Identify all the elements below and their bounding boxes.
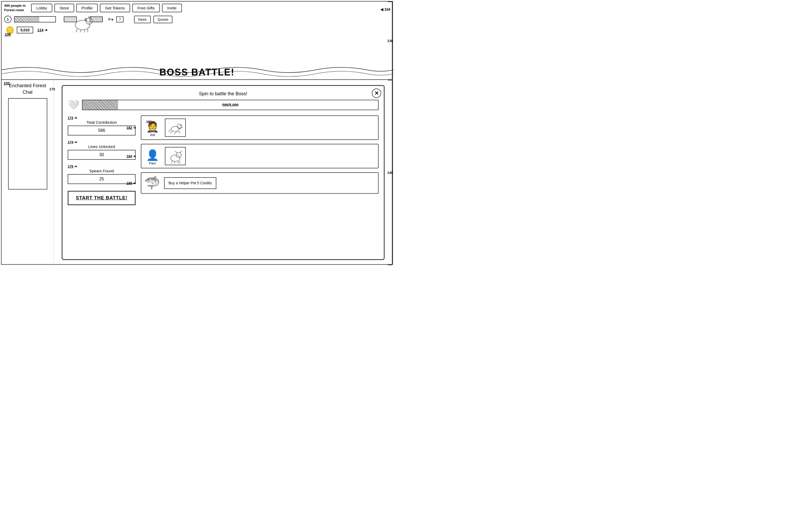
spears-found-value: 25: [68, 174, 136, 184]
svg-line-23: [174, 161, 175, 163]
pam-avatar: 👤 Pam: [144, 147, 161, 165]
secondary-nav-row: 1 C 🗝 7 News Quests: [2, 15, 392, 24]
player2-card: 👤 Pam: [141, 144, 379, 168]
health-bar-container: 🤍 586/5,000: [68, 100, 379, 110]
lines-unlocked-label: Lines Unlocked: [68, 144, 136, 149]
svg-line-22: [172, 161, 172, 163]
buy-pet-card: 🦈 Buy a Helper Pet 5 Credits: [141, 172, 379, 194]
start-battle-button[interactable]: START THE BATTLE!: [68, 191, 136, 205]
annotation-170: 170: [50, 87, 55, 91]
svg-line-14: [168, 129, 172, 131]
quests-button[interactable]: Quests: [153, 16, 173, 23]
token-display: 7: [116, 17, 123, 22]
annotation-184: 184 ➜: [126, 154, 136, 158]
stats-section: 172 ➜ Total Contribution 586 174 ➜ Lines…: [68, 116, 136, 205]
svg-point-19: [180, 125, 181, 126]
annotation-182: 182 ➜: [126, 126, 136, 130]
annotation-106: 106: [5, 33, 11, 37]
annotation-176: 176 ➜: [68, 164, 77, 168]
svg-line-24: [178, 161, 178, 163]
health-text: 586/5,000: [82, 103, 378, 107]
svg-point-0: [75, 20, 90, 30]
goat-figure: [67, 9, 98, 34]
svg-point-13: [177, 124, 182, 129]
svg-point-20: [171, 155, 180, 161]
sidebar: Enchanted Forest Chat: [2, 80, 54, 265]
boss-battle-title-area: BOSS BATTLE!: [2, 64, 392, 78]
spears-found-label: Spears Found: [68, 169, 136, 173]
lobby-button[interactable]: Lobby: [31, 4, 52, 12]
xp-bar: [14, 16, 56, 22]
total-contribution-label: Total Contribution: [68, 120, 136, 124]
player1-card: 🤵 Joe: [141, 116, 379, 140]
level-badge: 1: [4, 16, 12, 23]
key-icon: 🗝: [108, 16, 114, 23]
pam-pet: [165, 147, 186, 165]
pam-name: Pam: [149, 161, 156, 165]
annotation-114: 114 ➜: [37, 28, 47, 32]
buy-pet-container: 186 ➜ 🦈 Buy a Helper Pet 5 Credits: [141, 172, 379, 194]
bracket-140: 140: [387, 80, 393, 265]
player1-container: 182 ➜ 🤵 Joe: [141, 116, 379, 140]
annotation-186: 186 ➜: [126, 181, 136, 185]
coin-row: 🪙 5,010 114 ➜: [2, 24, 392, 36]
joe-name: Joe: [150, 133, 155, 137]
joe-avatar: 🤵 Joe: [144, 119, 161, 137]
annotation-172: 172 ➜: [68, 116, 77, 120]
buy-pet-button[interactable]: Buy a Helper Pet 5 Credits: [164, 177, 216, 189]
nav-bar: 400 people in Forest room Lobby Store Pr…: [2, 2, 392, 15]
chat-title: Enchanted Forest Chat: [4, 82, 51, 96]
heart-icon: 🤍: [68, 100, 79, 110]
main-wrapper: 400 people in Forest room Lobby Store Pr…: [1, 1, 393, 265]
annotation-174: 174 ➜: [68, 140, 77, 144]
close-button[interactable]: ✕: [372, 88, 381, 98]
lines-unlocked-value: 30: [68, 150, 136, 160]
modal-header: Spin to battle the Boss!: [68, 91, 379, 97]
invite-button[interactable]: Invite: [162, 4, 182, 12]
boss-battle-title: BOSS BATTLE!: [2, 67, 392, 78]
room-info: 400 people in Forest room: [4, 4, 28, 13]
players-section: 182 ➜ 🤵 Joe: [141, 116, 379, 205]
news-button[interactable]: News: [134, 16, 151, 23]
chat-box: [8, 98, 47, 189]
bottom-section: 102 Enchanted Forest Chat ✕ 170 Spin to …: [2, 80, 392, 265]
annotation-102: 102: [4, 81, 10, 85]
annotation-140: 140: [387, 171, 393, 175]
annotation-138: 138: [387, 39, 393, 43]
total-contribution-value: 586: [68, 126, 136, 136]
svg-line-15: [170, 131, 173, 134]
modal-body: 172 ➜ Total Contribution 586 174 ➜ Lines…: [68, 116, 379, 205]
pam-body-icon: 👤: [146, 149, 159, 161]
svg-line-25: [179, 161, 180, 163]
joe-pet: [165, 119, 186, 137]
xp-fill: [15, 17, 39, 22]
joe-body-icon: 🤵: [146, 121, 159, 133]
shark-icon: 🦈: [144, 176, 160, 190]
player2-container: 184 ➜ 👤 Pam: [141, 144, 379, 168]
svg-line-3: [80, 30, 81, 33]
coin-amount: 5,010: [17, 27, 33, 34]
free-gifts-button[interactable]: Free Gifts: [132, 4, 160, 12]
main-content: ✕ 170 Spin to battle the Boss! 🤍 586/5,0…: [54, 80, 392, 265]
battle-modal: ✕ 170 Spin to battle the Boss! 🤍 586/5,0…: [62, 85, 385, 260]
get-tokens-button[interactable]: Get Tokens: [100, 4, 130, 12]
svg-line-2: [76, 29, 77, 33]
health-bar: 586/5,000: [82, 100, 379, 110]
svg-line-16: [178, 131, 180, 134]
svg-line-7: [91, 16, 92, 18]
